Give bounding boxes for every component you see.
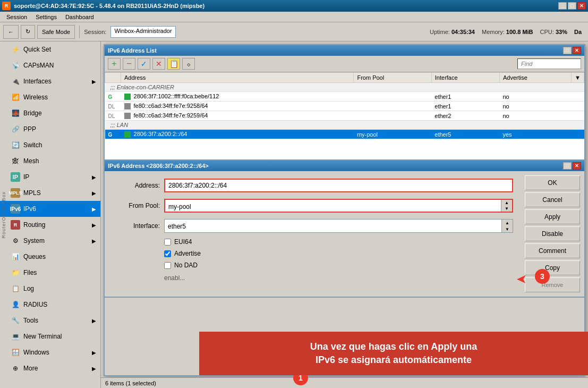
apply-arrow: ➤ [516, 272, 527, 286]
sidebar-item-mpls[interactable]: MPLS MPLS ▶ [0, 185, 100, 201]
badge-3: 3 [535, 269, 550, 284]
cancel-button[interactable]: Cancel [525, 192, 580, 207]
copy-button2[interactable]: Copy [525, 260, 580, 275]
flag-dl-1: DL [105, 102, 121, 111]
sidebar-item-capsman[interactable]: 📡 CAPsMAN [0, 57, 100, 73]
comment-button[interactable]: Comment [525, 243, 580, 258]
sidebar-item-new-terminal[interactable]: 💻 New Terminal [0, 328, 100, 344]
ipv6-dialog-titlebar: IPv6 Address <2806:3f7:a200:2::/64> □ ✕ [105, 161, 584, 171]
eui64-label: EUI64 [174, 238, 192, 246]
sidebar-item-windows[interactable]: 🪟 Windows ▶ [0, 344, 100, 360]
table-row[interactable]: DL fe80::c6ad:34ff:fe7e:9258/64 ether1 n… [105, 102, 584, 111]
minimize-button[interactable]: _ [558, 2, 567, 10]
ipv6-table: Address From Pool Interface Advertise ▼ … [105, 72, 584, 139]
dialog-buttons: OK Cancel Apply Disable Comment Copy Rem… [521, 171, 584, 297]
back-button[interactable]: ← [3, 25, 19, 39]
toolbar: ← ↻ Safe Mode Session: Winbox-Administra… [0, 22, 588, 41]
refresh-button[interactable]: ↻ [21, 25, 35, 39]
sidebar-item-mesh[interactable]: 🕸 Mesh [0, 153, 100, 169]
sidebar-label-bridge: Bridge [23, 109, 42, 117]
col-interface[interactable]: Interface [431, 73, 499, 83]
sidebar-item-tools[interactable]: 🔧 Tools ▶ [0, 313, 100, 328]
edit-button[interactable]: ✓ [138, 58, 150, 70]
windows-arrow: ▶ [92, 350, 96, 356]
interface-row: Interface: ether5 ▲ ▼ [107, 216, 518, 236]
sidebar-item-quick-set[interactable]: ⚡ Quick Set [0, 41, 100, 57]
advertise-label: Advertise [174, 250, 201, 257]
table-row[interactable]: DL fe80::c6ad:34ff:fe7e:9259/64 ether2 n… [105, 111, 584, 121]
from-pool-row: From Pool: my-pool ▲ ▼ 1 [107, 196, 518, 216]
sidebar-item-queues[interactable]: 📊 Queues [0, 249, 100, 265]
menu-settings[interactable]: Settings [31, 13, 61, 21]
separator [79, 26, 80, 38]
col-address[interactable]: Address [121, 73, 354, 83]
dialog-close[interactable]: ✕ [573, 162, 581, 170]
section-carrier-label: ;;; Enlace-con-CARRIER [105, 83, 584, 92]
interfaces-arrow: ▶ [92, 79, 96, 85]
table-row-selected[interactable]: G 2806:3f7:a200:2::/64 my-pool ether5 ye… [105, 130, 584, 139]
system-icon: ⚙ [11, 236, 20, 246]
addr-icon-4 [124, 131, 131, 138]
nodad-checkbox[interactable] [164, 262, 171, 269]
sidebar-item-ipv6[interactable]: IPv6 IPv6 ▶ [0, 201, 100, 217]
sidebar-item-radius[interactable]: 👤 RADIUS [0, 297, 100, 313]
col-from-pool[interactable]: From Pool [354, 73, 431, 83]
addr-4: 2806:3f7:a200:2::/64 [121, 130, 354, 139]
ipv6-table-container: Address From Pool Interface Advertise ▼ … [105, 72, 584, 168]
cancel-button[interactable]: ✕ [152, 58, 165, 70]
from-pool-down[interactable]: ▼ [501, 206, 512, 212]
sidebar-item-bridge[interactable]: 🌉 Bridge [0, 105, 100, 121]
sidebar-item-files[interactable]: 📁 Files [0, 265, 100, 281]
remove-button[interactable]: − [123, 58, 135, 70]
interface-up[interactable]: ▲ [502, 220, 513, 226]
table-row[interactable]: G 2806:3f7:1002::ffff:f0ca:bebe/112 ethe… [105, 92, 584, 102]
address-input[interactable] [164, 179, 513, 192]
ipv6-list-title: IPv6 Address List [108, 47, 563, 54]
addr-3: fe80::c6ad:34ff:fe7e:9259/64 [121, 111, 354, 121]
copy-button[interactable]: 📋 [167, 58, 180, 70]
enable-hint: enabl... [107, 271, 518, 284]
list-window-close[interactable]: ✕ [573, 47, 581, 54]
disable-button[interactable]: Disable [525, 226, 580, 241]
sidebar-item-routing[interactable]: R Routing ▶ [0, 217, 100, 233]
iface-3: ether2 [431, 111, 499, 121]
menu-dashboard[interactable]: Dashboard [61, 13, 98, 21]
add-button[interactable]: + [108, 58, 121, 70]
interface-down[interactable]: ▼ [502, 226, 513, 232]
sidebar-label-more: More [23, 365, 38, 372]
adv-4: yes [499, 130, 571, 139]
col-extra: ▼ [572, 73, 584, 83]
remove-button2[interactable]: Remove [525, 277, 580, 292]
dialog-maximize[interactable]: □ [563, 162, 572, 170]
sidebar-item-ppp[interactable]: 🔗 PPP [0, 121, 100, 137]
from-pool-up[interactable]: ▲ [501, 200, 512, 206]
extra-1 [572, 92, 584, 102]
from-pool-value: my-pool [165, 200, 501, 212]
list-window-maximize[interactable]: □ [563, 47, 572, 54]
col-advertise[interactable]: Advertise [499, 73, 571, 83]
sidebar-item-ip[interactable]: IP IP ▶ [0, 169, 100, 185]
ok-button[interactable]: OK [525, 175, 580, 190]
col-flag[interactable] [105, 73, 121, 83]
cpu-label: CPU: [540, 29, 554, 35]
safe-mode-button[interactable]: Safe Mode [37, 25, 75, 39]
close-button[interactable]: ✕ [577, 2, 586, 10]
find-input[interactable] [517, 58, 581, 69]
sidebar-item-interfaces[interactable]: 🔌 Interfaces ▶ [0, 73, 100, 89]
sidebar-item-switch[interactable]: 🔄 Switch [0, 137, 100, 153]
sidebar-item-wireless[interactable]: 📶 Wireless [0, 89, 100, 105]
advertise-checkbox[interactable] [164, 250, 171, 257]
sidebar-item-system[interactable]: ⚙ System ▶ [0, 233, 100, 249]
apply-button[interactable]: Apply [525, 209, 580, 224]
menu-session[interactable]: Session [2, 13, 31, 21]
new-terminal-icon: 💻 [11, 332, 20, 341]
maximize-button[interactable]: □ [568, 2, 576, 10]
sidebar-label-capsman: CAPsMAN [23, 62, 54, 69]
sidebar-item-log[interactable]: 📋 Log [0, 281, 100, 297]
sidebar-item-more[interactable]: ⊕ More ▶ [0, 360, 100, 376]
adv-3: no [499, 111, 571, 121]
bridge-icon: 🌉 [11, 108, 20, 118]
eui64-checkbox[interactable] [164, 239, 171, 246]
filter-button[interactable]: ⬦ [182, 58, 195, 70]
session-input[interactable]: Winbox-Administrador [110, 26, 175, 38]
